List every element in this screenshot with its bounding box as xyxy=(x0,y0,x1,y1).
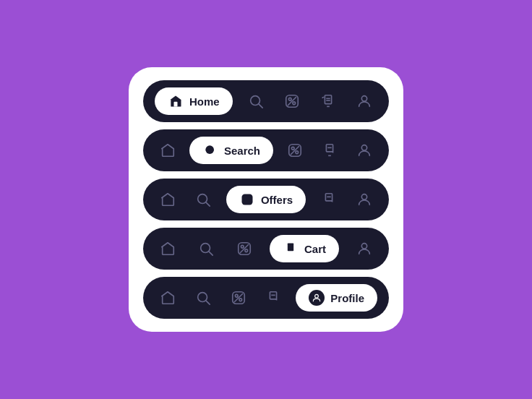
profile-label: Profile xyxy=(330,292,364,304)
home-label: Home xyxy=(189,95,220,108)
offers-icon[interactable] xyxy=(279,88,305,114)
search-active-pill[interactable]: Search xyxy=(189,137,273,164)
home-icon-3[interactable] xyxy=(155,186,181,213)
svg-line-19 xyxy=(207,202,210,206)
svg-rect-23 xyxy=(241,194,252,205)
profile-active-pill[interactable]: Profile xyxy=(296,284,377,312)
offers-icon-2[interactable] xyxy=(282,137,308,163)
svg-line-36 xyxy=(206,301,210,304)
home-icon[interactable] xyxy=(155,137,181,163)
cart-icon-3[interactable] xyxy=(316,186,342,213)
svg-point-4 xyxy=(293,102,296,105)
nav-bar-offers: Offers xyxy=(143,179,389,220)
svg-point-34 xyxy=(361,244,366,249)
profile-icon-3[interactable] xyxy=(351,186,377,213)
profile-icon-2[interactable] xyxy=(351,137,377,163)
svg-point-9 xyxy=(361,96,366,101)
nav-bar-profile: Profile xyxy=(143,277,389,319)
home-icon-5[interactable] xyxy=(155,285,181,311)
svg-line-27 xyxy=(209,252,213,255)
offers-pill-icon xyxy=(239,192,255,207)
offers-active-pill[interactable]: Offers xyxy=(226,186,306,213)
svg-line-11 xyxy=(213,153,217,157)
search-icon-4[interactable] xyxy=(193,236,219,262)
home-pill-icon xyxy=(168,93,184,109)
search-icon-3[interactable] xyxy=(190,186,216,213)
svg-point-12 xyxy=(291,147,294,150)
svg-line-2 xyxy=(259,104,262,108)
cart-active-pill[interactable]: Cart xyxy=(270,235,339,262)
svg-point-37 xyxy=(235,294,238,297)
cart-label: Cart xyxy=(304,243,326,255)
nav-bar-home: Home xyxy=(143,80,389,122)
svg-point-42 xyxy=(315,294,319,298)
cart-icon-5[interactable] xyxy=(260,285,286,311)
svg-rect-0 xyxy=(174,102,178,107)
nav-bar-search: Search xyxy=(143,129,389,171)
profile-avatar xyxy=(309,290,325,306)
svg-point-28 xyxy=(241,245,244,248)
profile-icon[interactable] xyxy=(351,88,377,114)
search-icon-5[interactable] xyxy=(190,285,216,311)
home-icon-4[interactable] xyxy=(155,236,181,262)
home-active-pill[interactable]: Home xyxy=(155,87,233,115)
offers-label: Offers xyxy=(261,194,293,206)
search-label: Search xyxy=(224,145,260,157)
svg-point-17 xyxy=(361,145,366,150)
profile-icon-4[interactable] xyxy=(351,236,377,262)
svg-point-29 xyxy=(245,249,248,252)
svg-point-25 xyxy=(361,194,366,200)
cart-icon[interactable] xyxy=(315,88,341,114)
nav-showcase-card: Home Search xyxy=(129,67,403,332)
cart-pill-icon xyxy=(283,241,299,257)
offers-icon-5[interactable] xyxy=(226,285,252,311)
search-pill-icon xyxy=(202,142,218,158)
cart-icon-2[interactable] xyxy=(317,137,343,163)
nav-bar-cart: Cart xyxy=(143,228,389,270)
svg-point-13 xyxy=(296,151,299,154)
svg-point-3 xyxy=(288,98,291,100)
search-icon[interactable] xyxy=(243,88,269,114)
svg-point-38 xyxy=(239,299,242,301)
svg-point-10 xyxy=(205,145,214,154)
offers-icon-4[interactable] xyxy=(231,236,257,262)
